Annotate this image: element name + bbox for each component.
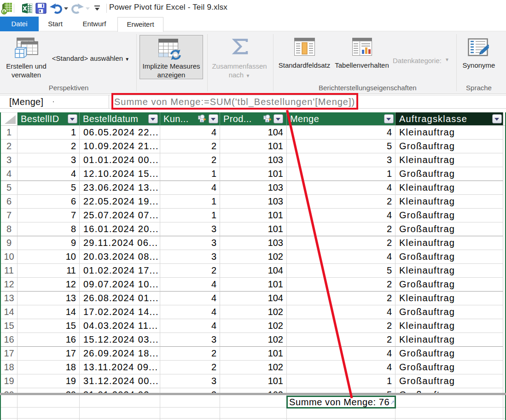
svg-text:a: a <box>266 119 268 122</box>
svg-text:a: a <box>201 119 203 122</box>
